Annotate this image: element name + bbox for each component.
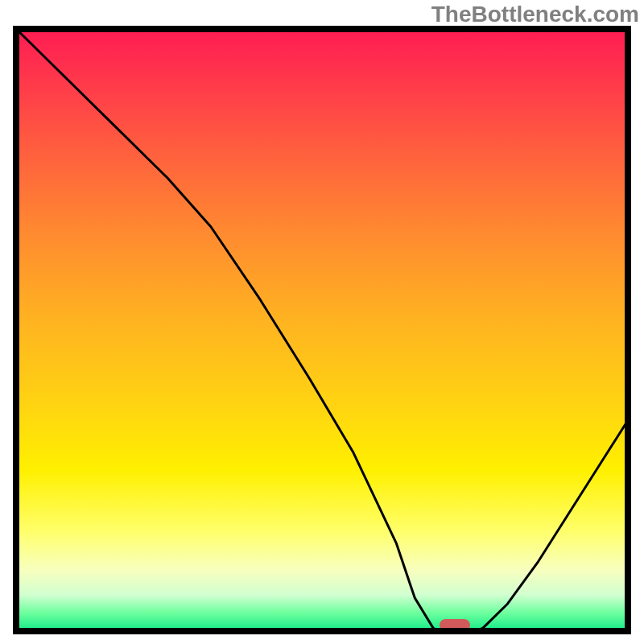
axis-top (13, 26, 631, 32)
curve-path (13, 26, 631, 634)
axis-left (13, 26, 19, 634)
axis-right (625, 26, 631, 634)
watermark-label: TheBottleneck.com (431, 2, 639, 27)
chart-container: TheBottleneck.com (0, 0, 644, 644)
plot-frame (13, 26, 631, 634)
bottleneck-curve (13, 26, 631, 634)
axis-bottom (13, 628, 631, 634)
